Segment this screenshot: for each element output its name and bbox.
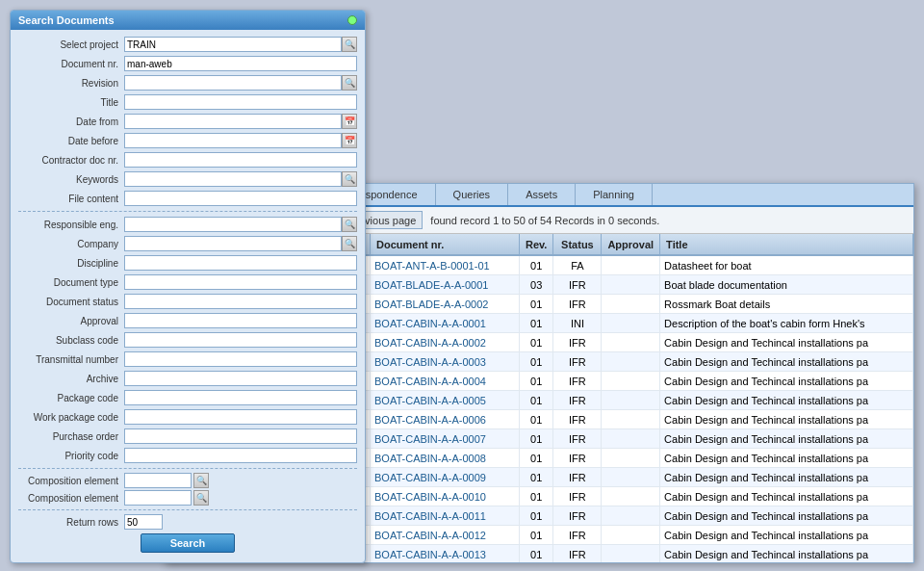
archive-input[interactable] — [124, 371, 357, 386]
row-docnr[interactable]: BOAT-CABIN-A-A-0004 — [371, 372, 520, 391]
col-header-rev: Rev. — [520, 234, 553, 255]
keywords-btn[interactable]: 🔍 — [342, 171, 357, 187]
discipline-input[interactable] — [124, 255, 357, 271]
contractor-doc-input[interactable] — [124, 152, 357, 168]
subclass-code-label: Subclass code — [18, 335, 124, 346]
archive-row: Archive — [18, 370, 357, 387]
row-rev: 03 — [520, 275, 553, 295]
row-docnr[interactable]: BOAT-BLADE-A-A-0002 — [371, 295, 520, 314]
company-field: 🔍 — [124, 236, 357, 251]
approval-input[interactable] — [124, 313, 357, 328]
table-row: i BOAT-CABIN-A-A-0006 01 IFR Cabin Desig… — [323, 410, 913, 429]
company-input[interactable] — [124, 236, 342, 251]
responsible-eng-input[interactable] — [124, 217, 342, 232]
row-title: Cabin Design and Techincal installations… — [660, 429, 913, 449]
row-docnr[interactable]: BOAT-CABIN-A-A-0011 — [371, 506, 520, 526]
row-docnr[interactable]: BOAT-CABIN-A-A-0003 — [371, 352, 520, 372]
row-status: IFR — [553, 545, 602, 563]
row-docnr[interactable]: BOAT-CABIN-A-A-0008 — [371, 449, 520, 468]
panel-title-bar: Search Documents — [11, 11, 365, 30]
row-docnr[interactable]: BOAT-CABIN-A-A-0009 — [371, 468, 520, 487]
table-row: i BOAT-CABIN-A-A-0011 01 IFR Cabin Desig… — [323, 506, 913, 526]
package-code-input[interactable] — [124, 390, 357, 405]
row-status: IFR — [553, 275, 602, 295]
row-docnr[interactable]: BOAT-CABIN-A-A-0007 — [371, 429, 520, 449]
comp2-input1[interactable] — [124, 490, 192, 506]
date-from-btn[interactable]: 📅 — [342, 114, 357, 129]
document-status-input[interactable] — [124, 294, 357, 309]
company-btn[interactable]: 🔍 — [342, 236, 357, 251]
return-rows-label: Return rows — [18, 517, 124, 528]
row-title: Cabin Design and Techincal installations… — [660, 487, 913, 506]
transmittal-number-row: Transmittal number — [18, 350, 357, 368]
row-status: IFR — [553, 468, 602, 487]
row-docnr[interactable]: BOAT-CABIN-A-A-0002 — [371, 333, 520, 352]
col-header-title: Title — [660, 234, 913, 255]
select-project-input[interactable] — [124, 37, 342, 52]
date-before-input[interactable] — [124, 133, 342, 148]
title-input[interactable] — [124, 94, 357, 110]
table-row: i BOAT-CABIN-A-A-0002 01 IFR Cabin Desig… — [323, 333, 913, 352]
tab-planning[interactable]: Planning — [576, 184, 653, 205]
results-table: Document nr. Rev. Status Approval Title … — [323, 234, 913, 562]
tab-queries[interactable]: Queries — [436, 184, 509, 205]
package-code-label: Package code — [18, 393, 124, 403]
document-nr-row: Document nr. — [18, 55, 357, 72]
document-type-input[interactable] — [124, 274, 357, 290]
revision-input[interactable] — [124, 75, 342, 91]
keywords-label: Keywords — [18, 174, 124, 185]
transmittal-number-input[interactable] — [124, 351, 357, 367]
purchase-order-input[interactable] — [124, 428, 357, 444]
row-docnr[interactable]: BOAT-CABIN-A-A-0001 — [371, 314, 520, 333]
date-before-btn[interactable]: 📅 — [342, 133, 357, 148]
keywords-input[interactable] — [124, 171, 342, 187]
return-rows-input[interactable] — [124, 514, 163, 530]
row-title: Datasheet for boat — [660, 255, 913, 275]
date-from-row: Date from 📅 — [18, 113, 357, 130]
title-row: Title — [18, 93, 357, 111]
row-rev: 01 — [520, 429, 553, 449]
document-status-row: Document status — [18, 293, 357, 310]
work-package-code-input[interactable] — [124, 409, 357, 425]
date-from-input[interactable] — [124, 114, 342, 129]
row-status: IFR — [553, 410, 602, 429]
divider2 — [18, 468, 357, 469]
row-docnr[interactable]: BOAT-CABIN-A-A-0005 — [371, 391, 520, 410]
row-approval — [602, 275, 660, 295]
table-row: i BOAT-CABIN-A-A-0004 01 IFR Cabin Desig… — [323, 372, 913, 391]
comp2-btn[interactable]: 🔍 — [193, 490, 209, 506]
row-docnr[interactable]: BOAT-CABIN-A-A-0006 — [371, 410, 520, 429]
table-row: i BOAT-CABIN-A-A-0009 01 IFR Cabin Desig… — [323, 468, 913, 487]
priority-code-input[interactable] — [124, 448, 357, 463]
col-header-status: Status — [553, 234, 602, 255]
row-rev: 01 — [520, 372, 553, 391]
select-project-btn[interactable]: 🔍 — [342, 37, 357, 52]
row-status: IFR — [553, 526, 602, 545]
row-docnr[interactable]: BOAT-ANT-A-B-0001-01 — [371, 255, 520, 275]
row-docnr[interactable]: BOAT-CABIN-A-A-0013 — [371, 545, 520, 563]
responsible-eng-btn[interactable]: 🔍 — [342, 217, 357, 232]
row-docnr[interactable]: BOAT-BLADE-A-A-0001 — [371, 275, 520, 295]
date-before-row: Date before 📅 — [18, 132, 357, 149]
row-docnr[interactable]: BOAT-CABIN-A-A-0012 — [371, 526, 520, 545]
comp1-input1[interactable] — [124, 473, 192, 488]
row-rev: 01 — [520, 545, 553, 563]
col-header-docnr: Document nr. — [371, 234, 520, 255]
revision-btn[interactable]: 🔍 — [342, 75, 357, 91]
search-button[interactable]: Search — [141, 533, 236, 553]
select-project-label: Select project — [18, 39, 124, 50]
subclass-code-input[interactable] — [124, 332, 357, 348]
select-project-field: 🔍 — [124, 37, 357, 52]
row-title: Cabin Design and Techincal installations… — [660, 506, 913, 526]
tab-assets[interactable]: Assets — [508, 184, 576, 205]
results-info-text: found record 1 to 50 of 54 Records in 0 … — [430, 215, 659, 226]
revision-label: Revision — [18, 78, 124, 89]
comp1-btn[interactable]: 🔍 — [193, 473, 209, 488]
file-content-input[interactable] — [124, 191, 357, 206]
row-rev: 01 — [520, 255, 553, 275]
transmittal-number-label: Transmittal number — [18, 354, 124, 365]
priority-code-row: Priority code — [18, 447, 357, 464]
row-status: IFR — [553, 352, 602, 372]
document-nr-input[interactable] — [124, 56, 357, 71]
row-docnr[interactable]: BOAT-CABIN-A-A-0010 — [371, 487, 520, 506]
